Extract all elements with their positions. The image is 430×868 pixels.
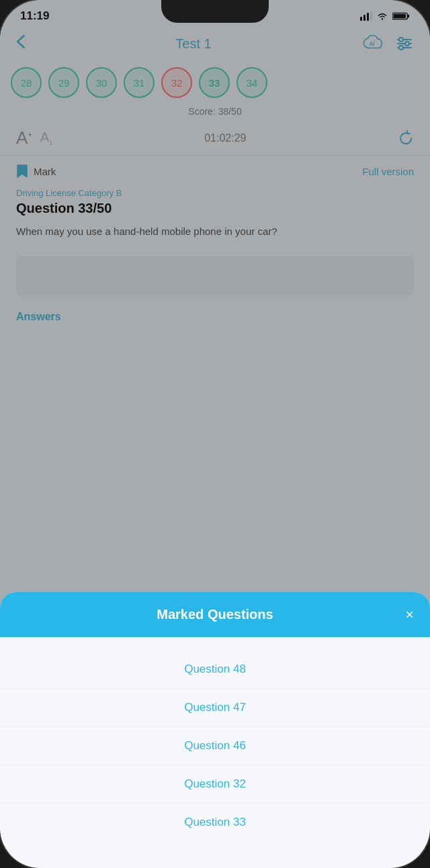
marked-question-item-48[interactable]: Question 48 xyxy=(0,650,430,689)
phone-screen: 11:19 xyxy=(0,0,430,868)
modal-close-button[interactable]: × xyxy=(405,606,414,624)
modal-content: Question 48 Question 47 Question 46 Ques… xyxy=(0,637,430,868)
marked-question-item-46[interactable]: Question 46 xyxy=(0,727,430,765)
marked-question-item-32[interactable]: Question 32 xyxy=(0,765,430,804)
marked-questions-modal: Marked Questions × Question 48 Question … xyxy=(0,592,430,868)
modal-header: Marked Questions × xyxy=(0,592,430,637)
marked-question-item-33[interactable]: Question 33 xyxy=(0,804,430,841)
modal-title: Marked Questions xyxy=(157,607,273,622)
notch xyxy=(161,0,269,23)
marked-question-item-47[interactable]: Question 47 xyxy=(0,689,430,727)
phone-frame: 11:19 xyxy=(0,0,430,868)
